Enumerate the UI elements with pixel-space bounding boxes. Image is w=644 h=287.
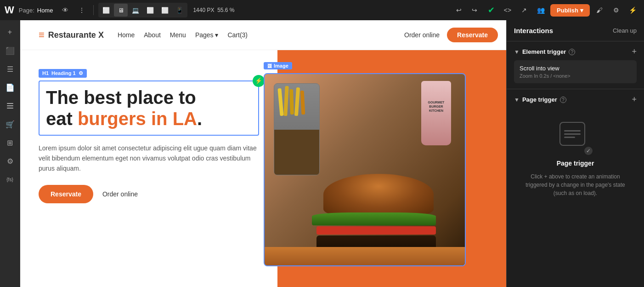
burger-image: GOURMETBURGERKITCHEN — [265, 74, 465, 265]
sidebar-item-add[interactable]: + — [2, 24, 18, 40]
logo-icon: ≡ — [39, 29, 45, 41]
nav-cart[interactable]: Cart(3) — [227, 31, 248, 39]
redo-btn[interactable]: ↪ — [468, 3, 481, 17]
nav-about[interactable]: About — [144, 31, 161, 39]
canvas-scroll[interactable]: ≡ Restaurante X Home About Menu Pages ▾ … — [20, 20, 506, 287]
cup-text: GOURMETBURGERKITCHEN — [421, 98, 451, 115]
undo-redo: ↩ ↪ — [452, 3, 481, 17]
check-icon[interactable]: ✔ — [484, 3, 498, 17]
hero-section: H1 Heading 1 ⚙ The best place to eat bur… — [20, 50, 506, 287]
page-trigger-icon: ✓ — [559, 122, 592, 154]
hero-buttons: Reservate Order online — [39, 185, 259, 203]
sidebar-item-store[interactable]: 🛒 — [2, 116, 18, 132]
page-help-icon[interactable]: ? — [560, 97, 566, 103]
settings-icon[interactable]: ⚙ — [609, 3, 623, 17]
reservate-nav-button[interactable]: Reservate — [447, 28, 498, 42]
separator — [93, 5, 94, 15]
section-collapse-icon[interactable]: ▼ — [514, 49, 520, 55]
help-icon[interactable]: ? — [569, 49, 575, 55]
hero-reservate-button[interactable]: Reservate — [39, 185, 93, 203]
image-element-wrapper[interactable]: 🖼 Image — [264, 73, 466, 266]
checkmark-icon: ✓ — [583, 146, 593, 156]
trigger-detail: Zoom In 0.2s / <none> — [520, 73, 631, 79]
add-page-trigger-icon[interactable]: + — [632, 95, 637, 104]
page-trigger-title: Page trigger — [522, 96, 557, 103]
trigger-item[interactable]: Scroll into view Zoom In 0.2s / <none> — [514, 60, 637, 83]
page-trigger-placeholder: ✓ Page trigger Click + above to create a… — [514, 108, 637, 211]
page-trigger-description: Click + above to create an animation tri… — [523, 172, 627, 197]
hero-left: H1 Heading 1 ⚙ The best place to eat bur… — [20, 50, 277, 287]
webflow-logo[interactable]: W — [5, 4, 14, 16]
laptop-btn[interactable]: 💻 — [129, 4, 142, 17]
nav-home[interactable]: Home — [118, 31, 135, 39]
h1-label: H1 — [42, 70, 49, 76]
element-trigger-section: ▼ Element trigger ? + Scroll into view Z… — [507, 41, 644, 89]
notifications-icon[interactable]: ⚡ — [626, 3, 639, 17]
site-navbar: ≡ Restaurante X Home About Menu Pages ▾ … — [20, 20, 506, 50]
nav-menu[interactable]: Menu — [170, 31, 186, 39]
sidebar-item-apps[interactable]: ⊞ — [2, 134, 18, 151]
more-options-icon[interactable]: ⋮ — [75, 3, 89, 17]
desktop-btn[interactable]: 🖥 — [114, 4, 128, 17]
site-logo: ≡ Restaurante X — [39, 29, 104, 41]
sidebar-item-settings[interactable]: ⚙ — [2, 153, 18, 169]
page-trigger-section: ▼ Page trigger ? + — [507, 89, 644, 287]
code-icon[interactable]: <> — [501, 3, 514, 17]
order-online-link[interactable]: Order online — [404, 31, 440, 39]
heading-badge-text: Heading 1 — [51, 70, 76, 76]
page-name[interactable]: Home — [37, 7, 53, 14]
canvas-area: ≡ Restaurante X Home About Menu Pages ▾ … — [20, 20, 506, 287]
section-header: ▼ Element trigger ? + — [514, 47, 637, 57]
tablet-btn[interactable]: ⬜ — [158, 4, 172, 17]
logo-text: Restaurante X — [48, 30, 104, 40]
collaborators-icon[interactable]: 👥 — [534, 3, 548, 17]
hero-description: Lorem ipsum dolor sit amet consectetur a… — [39, 143, 259, 174]
eye-icon[interactable]: 👁 — [58, 3, 72, 17]
hero-heading: The best place to eat burgers in LA. — [46, 87, 252, 129]
panel-header: Interactions Clean up — [507, 20, 644, 41]
add-trigger-icon[interactable]: + — [632, 47, 637, 57]
svg-rect-1 — [7, 105, 13, 106]
flash-icon[interactable]: ⚡ — [253, 75, 265, 87]
page-section-collapse-icon[interactable]: ▼ — [514, 97, 520, 103]
badge-gear-icon[interactable]: ⚙ — [79, 70, 83, 76]
cup: GOURMETBURGERKITCHEN — [421, 81, 451, 145]
left-sidebar: + ⬛ ☰ 📄 🛒 ⊞ ⚙ {fs} — [0, 20, 20, 287]
publish-button[interactable]: Publish ▾ — [550, 4, 590, 17]
undo-btn[interactable]: ↩ — [452, 3, 466, 17]
image-label: 🖼 Image — [264, 62, 292, 69]
sidebar-item-custom-code[interactable]: {fs} — [2, 171, 18, 188]
sidebar-item-cms[interactable] — [2, 98, 18, 114]
panel-title: Interactions — [514, 27, 553, 34]
toolbar: W Page: Home 👁 ⋮ ⬜ 🖥 💻 ⬜ ⬜ 📱 1440 PX 55.… — [0, 0, 644, 20]
mobile-btn[interactable]: 📱 — [173, 4, 186, 17]
right-panel: Interactions Clean up ▼ Element trigger … — [506, 20, 644, 287]
fries-container — [274, 83, 320, 175]
hero-order-link[interactable]: Order online — [102, 190, 138, 198]
site-nav-right: Order online Reservate — [404, 28, 498, 42]
page-section-header: ▼ Page trigger ? + — [514, 95, 637, 104]
section-title-row: ▼ Element trigger ? — [514, 48, 575, 55]
page-section-title-row: ▼ Page trigger ? — [514, 96, 566, 103]
device-selector: ⬜ 🖥 💻 ⬜ ⬜ 📱 — [98, 3, 187, 17]
trigger-name: Scroll into view — [520, 65, 631, 72]
sidebar-item-elements[interactable]: ⬛ — [2, 42, 18, 59]
site-nav-links: Home About Menu Pages ▾ Cart(3) — [118, 31, 248, 39]
desktop-large-btn[interactable]: ⬜ — [99, 4, 113, 17]
nav-pages[interactable]: Pages ▾ — [195, 31, 219, 39]
share-icon[interactable]: ↗ — [517, 3, 531, 17]
element-trigger-title: Element trigger — [522, 48, 566, 55]
sidebar-item-pages[interactable]: 📄 — [2, 79, 18, 96]
image-frame: GOURMETBURGERKITCHEN — [264, 73, 466, 266]
svg-rect-0 — [7, 103, 13, 104]
sidebar-item-layers[interactable]: ☰ — [2, 61, 18, 77]
canvas-dimensions: 1440 PX 55.6 % — [193, 7, 234, 13]
heading-element[interactable]: The best place to eat burgers in LA. ⚡ — [39, 80, 259, 136]
heading-badge: H1 Heading 1 ⚙ — [39, 69, 87, 78]
tablet-landscape-btn[interactable]: ⬜ — [143, 4, 157, 17]
page-trigger-label: Page trigger — [557, 160, 594, 167]
main-area: + ⬛ ☰ 📄 🛒 ⊞ ⚙ {fs} ≡ Restaurante X — [0, 20, 644, 287]
cleanup-button[interactable]: Clean up — [613, 27, 637, 34]
brush-icon[interactable]: 🖌 — [593, 3, 606, 17]
page-label: Page: — [19, 7, 34, 14]
